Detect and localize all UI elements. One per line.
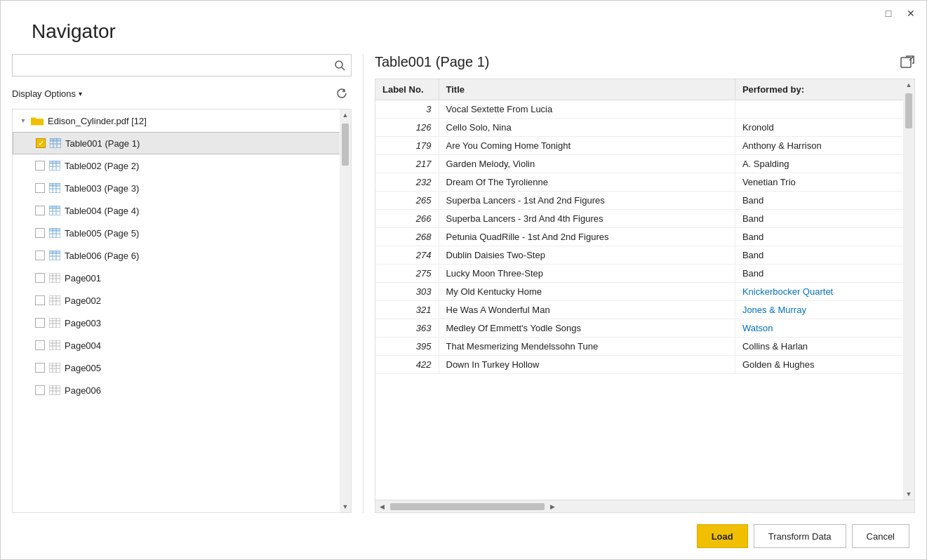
tree-item-label: Table004 (Page 4) <box>65 206 139 216</box>
preview-title-row: Table001 (Page 1) <box>375 54 915 70</box>
table-hscrollbar: ◀ ▶ <box>375 500 914 512</box>
scroll-down-button[interactable]: ▼ <box>340 501 351 512</box>
svg-rect-61 <box>49 363 60 373</box>
table-row: 265Superba Lancers - 1st And 2nd Figures… <box>375 192 914 210</box>
cell-performed: Collins & Harlan <box>735 338 914 356</box>
dialog-body: Display Options ▾ ▼ <box>1 54 926 513</box>
tree-item-checkbox[interactable] <box>35 385 45 395</box>
svg-rect-46 <box>49 295 60 305</box>
cell-label: 179 <box>375 137 439 155</box>
tree-item-checkbox[interactable] <box>35 183 45 193</box>
cell-title: That Mesmerizing Mendelssohn Tune <box>439 338 735 356</box>
table-header-row: Label No. Title Performed by: <box>375 79 914 100</box>
table-row: 126Cello Solo, NinaKronold <box>375 119 914 137</box>
table-icon <box>49 206 60 215</box>
table-icon <box>49 251 60 260</box>
cell-title: Are You Coming Home Tonight <box>439 137 735 155</box>
tree-item-label: Table001 (Page 1) <box>65 138 140 149</box>
tree-item-checkbox[interactable] <box>35 363 45 373</box>
tree-item-label: Table005 (Page 5) <box>65 228 139 239</box>
col-header-performed: Performed by: <box>735 79 914 100</box>
scroll-up-button[interactable]: ▲ <box>340 109 351 121</box>
table-icon <box>49 183 60 193</box>
table-icon <box>49 228 60 238</box>
table-scroll-up-button[interactable]: ▲ <box>903 79 914 91</box>
tree-item-checkbox[interactable] <box>35 161 45 171</box>
tree-item-checkbox[interactable] <box>35 273 45 283</box>
table-scroll-right-button[interactable]: ▶ <box>547 503 558 510</box>
tree-item-checkbox[interactable] <box>35 295 45 305</box>
tree-item[interactable]: Table005 (Page 5) <box>13 222 351 244</box>
table-icon <box>49 273 60 283</box>
tree-item[interactable]: Page004 <box>13 334 351 356</box>
tree-item[interactable]: Page001 <box>13 267 351 289</box>
table-vscrollbar: ▲ ▼ <box>903 79 914 500</box>
tree-item-label: Page005 <box>65 363 101 373</box>
dialog-title: Navigator <box>1 20 926 54</box>
cell-label: 363 <box>375 319 439 338</box>
tree-item-checkbox[interactable]: ✓ <box>36 138 46 148</box>
left-panel: Display Options ▾ ▼ <box>12 54 363 513</box>
close-button[interactable]: ✕ <box>904 6 918 20</box>
tree-root[interactable]: ▼ Edison_Cylinder.pdf [12] <box>13 109 351 132</box>
search-icon-button[interactable] <box>328 54 351 76</box>
tree-item[interactable]: Page002 <box>13 289 351 312</box>
tree-item-checkbox[interactable] <box>35 251 45 260</box>
table-row: 274Dublin Daisies Two-StepBand <box>375 246 914 265</box>
cell-title: He Was A Wonderful Man <box>439 301 735 319</box>
cell-performed: Kronold <box>735 119 914 137</box>
cell-performed: Knickerbocker Quartet <box>735 283 914 301</box>
search-input[interactable] <box>13 58 328 74</box>
dialog-footer: Load Transform Data Cancel <box>1 513 926 559</box>
refresh-icon-button[interactable] <box>332 84 352 103</box>
tree-item-checkbox[interactable] <box>35 228 45 238</box>
tree-item[interactable]: Page003 <box>13 312 351 334</box>
cell-label: 266 <box>375 210 439 228</box>
tree-item-label: Table002 (Page 2) <box>65 161 139 171</box>
display-options-button[interactable]: Display Options ▾ <box>12 88 82 99</box>
cancel-button[interactable]: Cancel <box>852 524 909 548</box>
minimize-button[interactable]: □ <box>881 6 895 20</box>
load-button[interactable]: Load <box>697 524 748 548</box>
tree-item[interactable]: Table003 (Page 3) <box>13 177 351 199</box>
svg-rect-56 <box>49 340 60 350</box>
svg-rect-66 <box>49 385 60 395</box>
cell-label: 303 <box>375 283 439 301</box>
tree-item[interactable]: Table004 (Page 4) <box>13 199 351 222</box>
cell-title: Cello Solo, Nina <box>439 119 735 137</box>
table-icon <box>49 363 60 373</box>
cell-performed: Band <box>735 192 914 210</box>
cell-label: 217 <box>375 155 439 173</box>
table-scroll-area: Label No. Title Performed by: 3Vocal Sex… <box>375 79 914 500</box>
tree-item[interactable]: Page006 <box>13 379 351 401</box>
tree-item[interactable]: Table002 (Page 2) <box>13 154 351 177</box>
preview-icon-button[interactable] <box>900 55 915 70</box>
tree-item-checkbox[interactable] <box>35 340 45 350</box>
cell-label: 275 <box>375 265 439 283</box>
col-header-label: Label No. <box>375 79 439 100</box>
svg-rect-34 <box>49 228 60 231</box>
cell-performed: Band <box>735 228 914 246</box>
table-row: 395That Mesmerizing Mendelssohn TuneColl… <box>375 338 914 356</box>
tree-item-checkbox[interactable] <box>35 318 45 328</box>
tree-item-checkbox[interactable] <box>35 206 45 215</box>
transform-data-button[interactable]: Transform Data <box>754 524 846 548</box>
cell-title: Dublin Daisies Two-Step <box>439 246 735 265</box>
tree-item[interactable]: ✓ Table001 (Page 1) <box>13 132 351 154</box>
svg-line-1 <box>342 67 345 70</box>
svg-rect-40 <box>49 251 60 253</box>
table-scroll-left-button[interactable]: ◀ <box>377 503 387 510</box>
cell-label: 265 <box>375 192 439 210</box>
tree-item[interactable]: Table006 (Page 6) <box>13 244 351 267</box>
svg-rect-51 <box>49 318 60 328</box>
cell-title: Garden Melody, Violin <box>439 155 735 173</box>
search-bar <box>12 54 352 76</box>
svg-rect-28 <box>49 206 60 208</box>
table-row: 232Dream Of The TyrolienneVenetian Trio <box>375 173 914 192</box>
preview-title: Table001 (Page 1) <box>375 54 489 70</box>
cell-performed: Anthony & Harrison <box>735 137 914 155</box>
tree-item-label: Page006 <box>65 385 101 396</box>
table-scroll-down-button[interactable]: ▼ <box>903 488 914 500</box>
tree-item[interactable]: Page005 <box>13 356 351 379</box>
search-icon <box>335 60 345 71</box>
